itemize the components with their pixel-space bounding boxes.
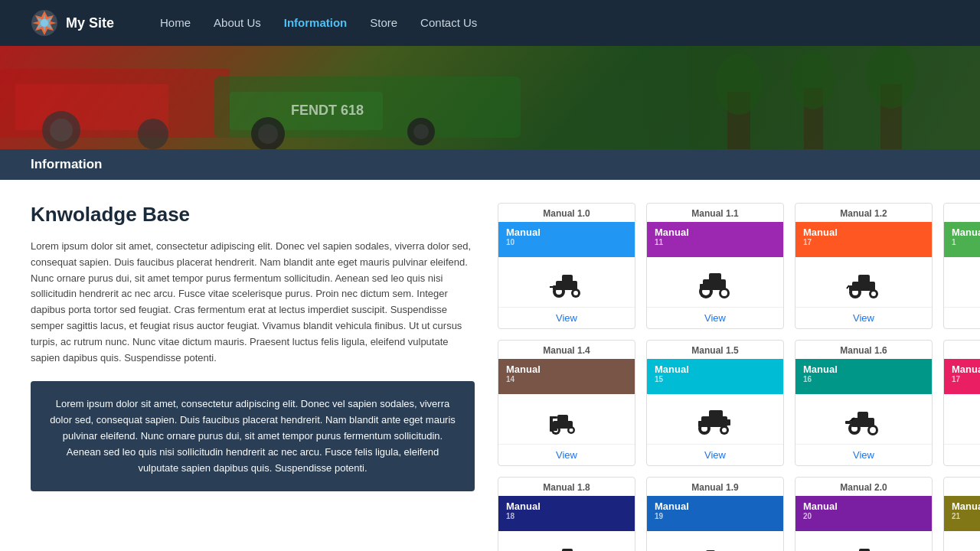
manual-card-icon-2.1 — [944, 531, 980, 551]
manual-card-title-1.7: Manual 1.7 — [944, 341, 980, 359]
svg-rect-41 — [858, 275, 870, 283]
manual-card-1.7: Manual 1.7 Manual 17 View — [943, 340, 980, 466]
svg-point-12 — [413, 124, 429, 139]
manual-card-title-1.5: Manual 1.5 — [647, 341, 783, 359]
manual-card-icon-1.7 — [944, 394, 980, 444]
manual-label-1.8: Manual — [506, 500, 541, 512]
manual-card-1.4: Manual 1.4 Manual 14 View — [498, 340, 635, 466]
svg-point-24 — [573, 291, 578, 295]
manual-label-1.1: Manual — [655, 227, 689, 238]
left-column: Knwoladge Base Lorem ipsum dolor sit ame… — [31, 203, 475, 551]
svg-rect-66 — [701, 416, 727, 427]
manual-card-icon-1.8 — [498, 531, 635, 551]
manual-view-link-1.2[interactable]: View — [795, 307, 932, 328]
manual-card-title-2.1: Manual 2.1 — [944, 478, 980, 496]
manual-num-1.5: 15 — [655, 375, 776, 383]
quote-box: Lorem ipsum dolor sit amet, consectetur … — [31, 381, 475, 491]
manual-num-1.1: 11 — [655, 238, 776, 246]
site-logo[interactable]: My Site — [31, 9, 114, 37]
manual-num-1.3: 1 — [952, 238, 980, 246]
nav-contact[interactable]: Contact Us — [420, 16, 477, 29]
manual-card-banner-1.2: Manual 17 — [795, 222, 932, 257]
svg-point-6 — [138, 119, 168, 149]
manual-card-banner-1.0: Manual 10 — [498, 222, 635, 257]
svg-rect-77 — [845, 421, 851, 424]
manual-card-icon-1.4 — [498, 394, 635, 444]
manual-num-1.4: 14 — [506, 375, 627, 383]
manual-label-1.3: Manual — [952, 227, 980, 238]
manual-card-1.5: Manual 1.5 Manual 15 View — [646, 340, 784, 466]
manual-card-icon-1.9 — [647, 531, 783, 551]
svg-point-16 — [716, 54, 762, 115]
manual-num-2.1: 21 — [952, 512, 980, 520]
manual-view-link-1.4[interactable]: View — [498, 444, 635, 465]
nav-store[interactable]: Store — [370, 16, 397, 29]
manual-card-title-1.9: Manual 1.9 — [647, 478, 783, 496]
right-column: Manual 1.0 Manual 10 View Manual 1.1 Man… — [498, 203, 980, 551]
manual-num-1.6: 16 — [803, 375, 924, 383]
manual-card-2.0: Manual 2.0 Manual 20 View — [795, 477, 933, 551]
manual-num-1.0: 10 — [506, 238, 627, 246]
manual-label-2.0: Manual — [803, 500, 838, 512]
svg-rect-69 — [726, 419, 730, 425]
manual-num-1.2: 17 — [803, 238, 924, 246]
manual-card-1.3: Manual 1.3 Manual 1 View — [943, 203, 980, 329]
svg-point-65 — [722, 428, 727, 432]
manual-view-link-1.7[interactable]: View — [944, 444, 980, 465]
manual-card-banner-2.1: Manual 21 — [944, 496, 980, 531]
nav-links: Home About Us Information Store Contact … — [160, 16, 477, 30]
svg-rect-68 — [698, 421, 704, 427]
quote-text: Lorem ipsum dolor sit amet, consectetur … — [49, 396, 456, 476]
svg-rect-27 — [553, 285, 559, 290]
manual-num-1.9: 19 — [655, 512, 776, 520]
manual-view-link-1.6[interactable]: View — [795, 444, 932, 465]
manual-card-title-2.0: Manual 2.0 — [795, 478, 932, 496]
main-content: Knwoladge Base Lorem ipsum dolor sit ame… — [0, 180, 980, 551]
manual-label-1.2: Manual — [803, 227, 838, 238]
manual-card-1.2: Manual 1.2 Manual 17 View — [795, 203, 933, 329]
svg-rect-108 — [859, 549, 870, 552]
breadcrumb-bar: Information — [0, 149, 980, 180]
body-text: Lorem ipsum dolor sit amet, consectetur … — [31, 239, 475, 366]
manual-card-title-1.2: Manual 1.2 — [795, 204, 932, 222]
manual-card-1.1: Manual 1.1 Manual 11 View — [646, 203, 784, 329]
manual-view-link-1.1[interactable]: View — [647, 307, 783, 328]
manual-card-banner-1.9: Manual 19 — [647, 496, 783, 531]
manual-card-title-1.4: Manual 1.4 — [498, 341, 635, 359]
nav-information[interactable]: Information — [284, 16, 348, 29]
breadcrumb-text: Information — [31, 157, 103, 171]
svg-text:FENDT 618: FENDT 618 — [291, 103, 364, 118]
manual-view-link-1.0[interactable]: View — [498, 307, 635, 328]
manual-card-banner-1.6: Manual 16 — [795, 359, 932, 394]
manual-label-1.6: Manual — [803, 364, 838, 375]
manual-card-1.6: Manual 1.6 Manual 16 View — [795, 340, 933, 466]
manual-card-icon-1.2 — [795, 257, 932, 307]
section-title: Knwoladge Base — [31, 203, 475, 227]
manual-card-icon-1.1 — [647, 257, 783, 307]
svg-rect-26 — [562, 275, 573, 282]
svg-rect-61 — [550, 429, 557, 431]
manual-card-icon-1.6 — [795, 394, 932, 444]
manual-card-1.0: Manual 1.0 Manual 10 View — [498, 203, 635, 329]
svg-point-10 — [258, 124, 278, 144]
manual-view-link-1.3[interactable]: View — [944, 307, 980, 328]
manual-card-1.8: Manual 1.8 Manual 18 View — [498, 477, 635, 551]
manual-card-banner-1.3: Manual 1 — [944, 222, 980, 257]
svg-rect-60 — [550, 416, 557, 419]
nav-home[interactable]: Home — [160, 16, 191, 29]
manual-card-icon-1.5 — [647, 394, 783, 444]
manual-card-banner-1.5: Manual 15 — [647, 359, 783, 394]
manual-num-1.8: 18 — [506, 512, 627, 520]
manual-card-banner-1.4: Manual 14 — [498, 359, 635, 394]
manual-card-banner-2.0: Manual 20 — [795, 496, 932, 531]
nav-about[interactable]: About Us — [214, 16, 261, 29]
svg-point-32 — [721, 290, 727, 296]
manual-card-title-1.1: Manual 1.1 — [647, 204, 783, 222]
manual-card-banner-1.1: Manual 11 — [647, 222, 783, 257]
manual-card-title-1.0: Manual 1.0 — [498, 204, 635, 222]
svg-point-39 — [871, 292, 876, 296]
manual-card-title-1.8: Manual 1.8 — [498, 478, 635, 496]
hero-svg: FENDT 618 — [0, 46, 980, 149]
svg-rect-93 — [562, 549, 573, 552]
manual-view-link-1.5[interactable]: View — [647, 444, 783, 465]
